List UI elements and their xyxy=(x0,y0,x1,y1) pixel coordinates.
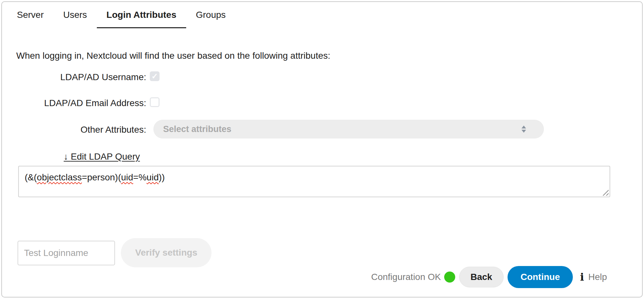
back-button[interactable]: Back xyxy=(459,267,504,287)
ldap-query-value: (&(objectclass=person)(uid=%uid)) xyxy=(25,172,165,182)
edit-ldap-query-label: Edit LDAP Query xyxy=(71,152,140,162)
tab-login-attributes[interactable]: Login Attributes xyxy=(97,10,186,28)
checkmark-icon: ✓ xyxy=(151,72,158,81)
other-attributes-label: Other Attributes: xyxy=(2,125,146,135)
info-icon: i xyxy=(580,271,584,283)
test-loginname-input[interactable] xyxy=(18,241,115,265)
wizard-card: Server Users Login Attributes Groups Whe… xyxy=(1,1,643,297)
tab-groups[interactable]: Groups xyxy=(186,10,236,28)
verify-settings-button[interactable]: Verify settings xyxy=(121,238,212,267)
tab-bar: Server Users Login Attributes Groups xyxy=(7,10,236,28)
configuration-status-text: Configuration OK xyxy=(371,272,441,282)
username-attribute-label: LDAP/AD Username: xyxy=(2,72,146,82)
tab-server[interactable]: Server xyxy=(7,10,53,28)
resize-handle[interactable] xyxy=(602,189,609,196)
ldap-query-textarea[interactable]: (&(objectclass=person)(uid=%uid)) xyxy=(18,166,610,197)
help-label: Help xyxy=(588,272,607,282)
select-placeholder: Select attributes xyxy=(163,124,521,134)
edit-ldap-query-link[interactable]: ↓ Edit LDAP Query xyxy=(64,152,140,162)
down-arrow-icon: ↓ xyxy=(64,152,68,162)
help-link[interactable]: i Help xyxy=(580,271,607,283)
continue-button[interactable]: Continue xyxy=(508,266,573,288)
ldap-wizard-page: Server Users Login Attributes Groups Whe… xyxy=(0,0,644,303)
email-attribute-checkbox[interactable] xyxy=(150,97,160,107)
wizard-footer: Configuration OK Back Continue i Help xyxy=(371,263,607,291)
status-ok-icon xyxy=(444,272,455,283)
email-attribute-label: LDAP/AD Email Address: xyxy=(2,98,146,108)
username-attribute-checkbox[interactable]: ✓ xyxy=(150,71,160,81)
sort-arrows-icon xyxy=(521,126,526,133)
other-attributes-select[interactable]: Select attributes xyxy=(153,120,544,139)
tab-users[interactable]: Users xyxy=(53,10,97,28)
intro-text: When logging in, Nextcloud will find the… xyxy=(16,51,330,61)
